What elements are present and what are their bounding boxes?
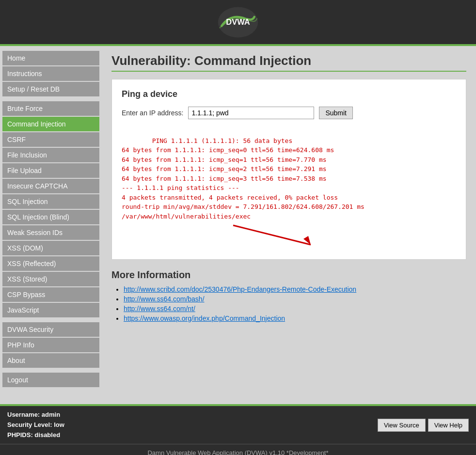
link-owasp[interactable]: https://www.owasp.org/index.php/Command_… (124, 314, 285, 322)
sidebar-item-dvwa-security[interactable]: DVWA Security (2, 322, 99, 337)
bottom-bar: Damn Vulnerable Web Application (DVWA) v… (0, 444, 476, 455)
footer-buttons: View Source View Help (378, 419, 469, 432)
more-info-section: More Information http://www.scribd.com/d… (111, 269, 466, 322)
ping-form-box: Ping a device Enter an IP address: Submi… (111, 79, 466, 260)
sidebar-item-instructions[interactable]: Instructions (2, 66, 99, 81)
link-ss64-nt[interactable]: http://www.ss64.com/nt/ (124, 305, 195, 313)
sidebar-item-setup[interactable]: Setup / Reset DB (2, 82, 99, 96)
sidebar-item-home[interactable]: Home (2, 51, 99, 65)
ping-form-row: Enter an IP address: Submit (122, 107, 456, 119)
list-item: http://www.ss64.com/bash/ (124, 295, 466, 303)
sidebar-item-about[interactable]: About (2, 353, 99, 368)
sidebar: Home Instructions Setup / Reset DB Brute… (0, 46, 102, 404)
sidebar-item-sql-injection[interactable]: SQL Injection (2, 194, 99, 209)
sidebar-item-brute-force[interactable]: Brute Force (2, 101, 99, 116)
sidebar-item-insecure-captcha[interactable]: Insecure CAPTCHA (2, 179, 99, 193)
sidebar-item-file-upload[interactable]: File Upload (2, 163, 99, 178)
header: DVWA (0, 0, 476, 46)
sidebar-item-csp-bypass[interactable]: CSP Bypass (2, 287, 99, 302)
phpids-value: disabled (34, 431, 60, 439)
security-value: low (54, 421, 64, 428)
sidebar-item-csrf[interactable]: CSRF (2, 132, 99, 147)
link-ss64-bash[interactable]: http://www.ss64.com/bash/ (124, 295, 205, 303)
phpids-label: PHPIDS: (7, 431, 33, 439)
username-value: admin (42, 411, 60, 418)
sidebar-item-xss-dom[interactable]: XSS (DOM) (2, 241, 99, 255)
logo-wrap: DVWA (216, 3, 260, 42)
list-item: https://www.owasp.org/index.php/Command_… (124, 314, 466, 322)
username-label: Username: (7, 411, 40, 418)
sidebar-item-sql-injection-blind[interactable]: SQL Injection (Blind) (2, 210, 99, 224)
more-info-links: http://www.scribd.com/doc/2530476/Php-En… (111, 285, 466, 322)
more-info-title: More Information (111, 269, 466, 281)
view-source-button[interactable]: View Source (378, 419, 426, 432)
sidebar-item-xss-reflected[interactable]: XSS (Reflected) (2, 256, 99, 271)
sidebar-item-xss-stored[interactable]: XSS (Stored) (2, 272, 99, 286)
sidebar-item-javascript[interactable]: JavaScript (2, 303, 99, 317)
ping-section-title: Ping a device (122, 89, 456, 99)
link-scribd[interactable]: http://www.scribd.com/doc/2530476/Php-En… (124, 285, 356, 293)
svg-text:DVWA: DVWA (226, 17, 250, 26)
footer-info: Username: admin Security Level: low PHPI… (7, 410, 64, 440)
main-wrapper: Home Instructions Setup / Reset DB Brute… (0, 46, 476, 404)
list-item: http://www.scribd.com/doc/2530476/Php-En… (124, 285, 466, 293)
ip-input[interactable] (188, 107, 314, 119)
sidebar-item-command-injection[interactable]: Command Injection (2, 117, 99, 131)
submit-button[interactable]: Submit (319, 107, 353, 119)
ip-label: Enter an IP address: (122, 109, 183, 117)
output-text: PING 1.1.1.1 (1.1.1.1): 56 data bytes 64… (122, 137, 365, 220)
dvwa-logo-icon: DVWA (216, 3, 260, 42)
list-item: http://www.ss64.com/nt/ (124, 305, 466, 313)
view-help-button[interactable]: View Help (428, 419, 469, 432)
sidebar-item-file-inclusion[interactable]: File Inclusion (2, 148, 99, 162)
sidebar-item-php-info[interactable]: PHP Info (2, 338, 99, 352)
security-label: Security Level: (7, 421, 52, 428)
svg-line-2 (233, 225, 311, 245)
sidebar-item-weak-session-ids[interactable]: Weak Session IDs (2, 225, 99, 240)
command-output: PING 1.1.1.1 (1.1.1.1): 56 data bytes 64… (122, 126, 456, 250)
bottom-text: Damn Vulnerable Web Application (DVWA) v… (147, 449, 328, 455)
main-content: Vulnerability: Command Injection Ping a … (102, 46, 476, 404)
footer-bar: Username: admin Security Level: low PHPI… (0, 404, 476, 444)
sidebar-item-logout[interactable]: Logout (2, 373, 99, 387)
page-title: Vulnerability: Command Injection (111, 53, 466, 72)
arrow-annotation-icon (228, 220, 325, 250)
